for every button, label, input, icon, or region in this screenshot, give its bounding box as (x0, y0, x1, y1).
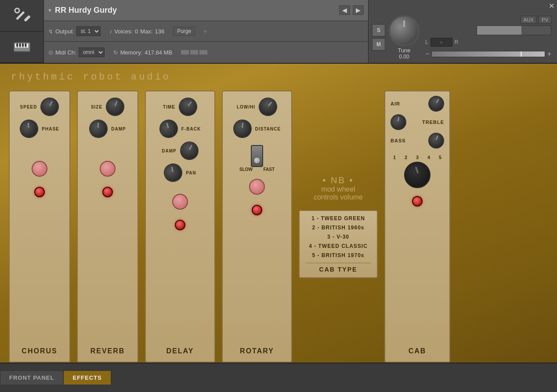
delay-module: TIME F-BACK DAMP PAN DELAY (145, 91, 215, 363)
tune-knob[interactable] (389, 15, 420, 46)
tune-value: 0.00 (399, 54, 409, 60)
nb-line1: mod wheel (321, 185, 355, 193)
lr-icon: ≈ (440, 40, 443, 45)
rotary-toggle-area: SLOW FAST (239, 145, 275, 172)
cab-type-list: 1 - TWEED GREEN 2 - BRITISH 1960s 3 - V-… (306, 215, 371, 258)
fast-label: FAST (263, 167, 275, 172)
tab-front-panel[interactable]: FRONT PANEL (0, 370, 63, 385)
slow-label: SLOW (239, 167, 253, 172)
delay-power-button[interactable] (172, 194, 188, 210)
level-fill (477, 26, 521, 35)
cab-selector-dial[interactable] (404, 162, 430, 188)
m-button[interactable]: M (372, 38, 385, 51)
distance-knob[interactable] (231, 118, 253, 140)
lr-left-label: L (425, 39, 428, 45)
s-button[interactable]: S (372, 24, 385, 36)
speed-knob-row: SPEED (13, 98, 66, 116)
tab-effects[interactable]: EFFECTS (63, 370, 111, 385)
effects-row: SPEED PHASE CHORUS SIZE DAMP (9, 91, 548, 363)
air-label: AIR (391, 101, 400, 106)
dropdown-arrow[interactable]: ▾ (48, 7, 51, 14)
title-bar: ▾ RR Hurdy Gurdy ◀ ▶ (44, 0, 368, 21)
reverb-label: REVERB (90, 345, 125, 357)
aux-button[interactable]: AUX (521, 16, 537, 24)
distance-label: DISTANCE (255, 127, 281, 131)
cab-type-label: CAB TYPE (306, 263, 371, 273)
svg-rect-9 (16, 44, 18, 47)
vol-slider[interactable] (431, 51, 545, 57)
rotary-power-button[interactable] (249, 179, 265, 195)
chorus-power-button[interactable] (32, 161, 47, 177)
info-bar-2: ⊙ Midi Ch: omni ↻ Memory: 417.84 MB (44, 42, 368, 63)
size-label: SIZE (91, 105, 102, 109)
speed-label: SPEED (20, 105, 37, 109)
bass-knob[interactable] (427, 132, 445, 149)
reverb-led (102, 187, 113, 197)
output-label: Output: (55, 28, 74, 35)
svg-rect-1 (24, 15, 31, 22)
damp-knob[interactable] (87, 117, 110, 140)
output-select[interactable]: st. 1 (76, 26, 101, 36)
wrench-button[interactable] (0, 0, 43, 32)
size-knob[interactable] (105, 97, 125, 117)
cab-item-1: 1 - TWEED GREEN (306, 215, 371, 221)
dial-num-1: 1 (393, 155, 396, 160)
speed-knob[interactable] (39, 96, 61, 118)
memory-label: Memory: (120, 49, 143, 56)
phase-knob[interactable] (17, 117, 41, 141)
nav-arrows: ◀ ▶ (339, 5, 364, 15)
max-label: Max: (140, 28, 152, 35)
voices-info: ♪ Voices: 0 Max: 136 (109, 28, 165, 35)
keyboard-button[interactable] (0, 32, 43, 63)
distance-knob-row: DISTANCE (226, 120, 288, 138)
pan-label: PAN (186, 171, 196, 175)
nb-area: • NB • mod wheel controls volume 1 - TWE… (299, 91, 378, 363)
lowhi-knob[interactable] (256, 94, 280, 119)
next-arrow[interactable]: ▶ (353, 5, 364, 15)
damp-delay-row: DAMP (149, 142, 211, 160)
treble-row: TREBLE (391, 114, 444, 130)
level-bar (477, 25, 551, 35)
pan-knob-row: PAN (149, 163, 211, 182)
midi-select[interactable]: omni (79, 47, 105, 57)
dial-num-3: 3 (416, 155, 419, 160)
pv-button[interactable]: PV (539, 16, 551, 24)
air-row: AIR (391, 96, 444, 112)
cab-item-3: 3 - V-30 (306, 234, 371, 240)
pan-knob[interactable] (161, 160, 185, 185)
damp-delay-knob[interactable] (178, 140, 200, 162)
vol-minus-button[interactable]: − (425, 50, 429, 58)
time-knob[interactable] (176, 95, 200, 119)
rotary-toggle[interactable] (251, 145, 263, 167)
phase-label: PHASE (42, 127, 59, 131)
prev-arrow[interactable]: ◀ (339, 5, 350, 15)
chorus-led (34, 187, 45, 197)
cab-led (412, 196, 423, 207)
output-info: ↯ Output: st. 1 (48, 26, 101, 36)
treble-knob[interactable] (389, 113, 408, 131)
nb-line2: controls volume (314, 193, 363, 201)
reverb-power-button[interactable] (100, 161, 116, 177)
air-knob[interactable] (427, 94, 446, 113)
purge-button[interactable]: Purge (173, 27, 195, 36)
vol-plus-button[interactable]: + (547, 50, 551, 58)
max-value: 136 (155, 28, 164, 35)
lr-right-label: R (455, 39, 459, 45)
rotary-label: ROTARY (240, 345, 274, 357)
voices-label: Voices: (114, 28, 133, 35)
close-button[interactable]: ✕ (549, 2, 554, 10)
dial-numbers: 1 2 3 4 5 (393, 155, 441, 160)
cab-label: CAB (409, 345, 427, 357)
memory-info: ↻ Memory: 417.84 MB (113, 49, 172, 56)
volume-slider-row: − + (423, 49, 553, 59)
svg-rect-12 (22, 44, 24, 47)
lowhi-label: LOW/HI (237, 105, 255, 109)
svg-point-2 (15, 8, 19, 13)
tune-label: Tune (398, 47, 410, 54)
nb-title: • NB • (323, 175, 354, 185)
instrument-title: RR Hurdy Gurdy (55, 6, 117, 15)
brand-text: rhythmic robot audio (11, 72, 548, 83)
bass-row: BASS (391, 133, 444, 149)
dial-num-2: 2 (405, 155, 407, 160)
fback-knob[interactable] (156, 116, 181, 141)
